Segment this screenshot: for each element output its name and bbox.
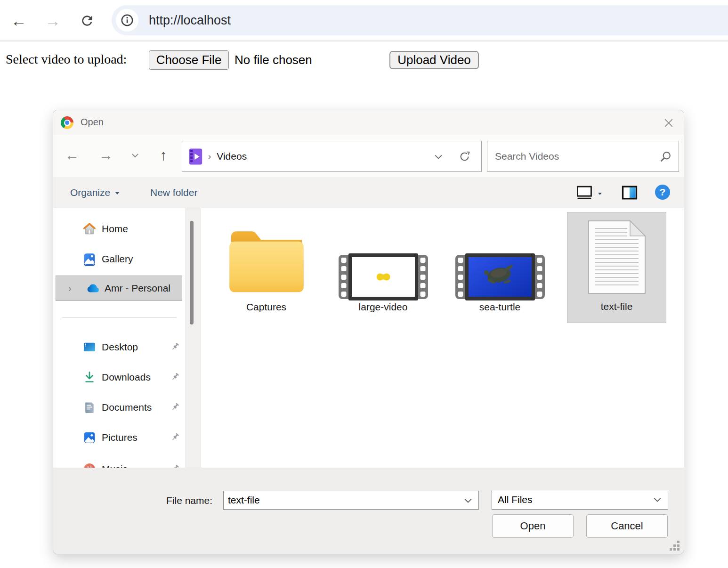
site-info-button[interactable] <box>116 9 138 32</box>
sidebar-item-downloads[interactable]: Downloads <box>53 365 184 390</box>
file-type-value: All Files <box>498 494 533 505</box>
sidebar-item-home[interactable]: Home <box>53 216 184 242</box>
file-tile-text-file[interactable]: text-file <box>567 212 666 323</box>
recent-locations-dropdown[interactable] <box>125 145 146 166</box>
documents-icon <box>82 400 97 414</box>
dialog-toolbar: Organize New folder ? <box>53 177 684 208</box>
file-name-input[interactable] <box>223 491 479 510</box>
dialog-navigation-row: ← → ↑ › Videos <box>53 135 684 177</box>
sidebar-item-gallery[interactable]: Gallery <box>53 246 184 272</box>
up-one-level-button[interactable]: ↑ <box>153 145 174 166</box>
browser-reload-button[interactable] <box>77 10 97 31</box>
sidebar-item-label: Desktop <box>102 341 138 353</box>
desktop-icon <box>82 340 97 354</box>
refresh-button[interactable] <box>458 150 471 165</box>
file-tile-captures[interactable]: Captures <box>217 212 316 323</box>
video-file-icon <box>455 253 545 302</box>
close-icon <box>663 117 674 129</box>
chevron-right-icon[interactable]: › <box>68 283 72 294</box>
chevron-down-icon <box>130 151 140 160</box>
pin-icon[interactable] <box>170 432 180 445</box>
pictures-icon <box>82 430 97 445</box>
caret-down-icon <box>115 192 119 195</box>
address-bar[interactable]: http://localhost <box>112 5 728 35</box>
sidebar-item-label: Music <box>102 463 128 468</box>
choose-file-button[interactable]: Choose File <box>149 50 229 70</box>
dialog-title: Open <box>81 117 104 128</box>
downloads-icon <box>82 370 97 384</box>
help-button[interactable]: ? <box>655 185 670 200</box>
upload-prompt-label: Select video to upload: <box>6 52 127 67</box>
sidebar-item-label: Documents <box>102 402 152 413</box>
preview-pane-button[interactable] <box>620 184 639 202</box>
sidebar-item-label: Amr - Personal <box>105 283 170 294</box>
search-input[interactable] <box>487 141 679 171</box>
music-icon <box>82 462 97 468</box>
sidebar-item-music[interactable]: Music <box>53 456 184 468</box>
pin-icon[interactable] <box>170 402 180 414</box>
chrome-icon <box>61 116 73 129</box>
file-name-label: text-file <box>601 301 633 312</box>
new-folder-button[interactable]: New folder <box>150 177 197 208</box>
change-view-button[interactable] <box>575 184 594 202</box>
browser-forward-button[interactable]: → <box>42 10 63 31</box>
breadcrumb-location: Videos <box>217 151 247 162</box>
dialog-content: Home Gallery › Amr <box>53 208 684 468</box>
browser-toolbar: ← → http://localhost <box>0 0 728 41</box>
text-file-icon <box>587 220 647 296</box>
file-tile-sea-turtle[interactable]: sea-turtle <box>450 212 550 323</box>
dialog-forward-button[interactable]: → <box>96 145 116 166</box>
open-button[interactable]: Open <box>492 514 574 538</box>
onedrive-icon <box>85 281 99 295</box>
dialog-close-button[interactable] <box>659 114 678 132</box>
gallery-icon <box>82 252 97 266</box>
dialog-back-button[interactable]: ← <box>62 145 82 166</box>
view-options-dropdown[interactable] <box>594 184 606 202</box>
file-name-label: large-video <box>359 301 408 313</box>
sidebar-item-pictures[interactable]: Pictures <box>53 425 184 450</box>
reload-icon <box>80 13 95 28</box>
browser-back-button[interactable]: ← <box>8 10 29 31</box>
pin-icon[interactable] <box>170 463 180 468</box>
thumbnail-view-icon <box>576 186 592 200</box>
new-folder-label: New folder <box>150 187 197 198</box>
dialog-address-bar[interactable]: › Videos <box>182 141 482 172</box>
pin-icon[interactable] <box>170 372 180 384</box>
address-dropdown-button[interactable] <box>433 152 444 164</box>
pin-icon[interactable] <box>170 341 180 354</box>
cancel-button[interactable]: Cancel <box>586 514 668 538</box>
resize-grip[interactable] <box>667 538 680 552</box>
home-icon <box>82 222 97 236</box>
caret-down-icon <box>598 193 602 195</box>
organize-label: Organize <box>70 187 110 198</box>
sidebar-content-divider <box>201 208 201 468</box>
sidebar-item-onedrive-personal[interactable]: › Amr - Personal <box>56 276 182 301</box>
no-file-chosen-text: No file chosen <box>235 53 312 67</box>
refresh-icon <box>458 150 471 163</box>
help-label: ? <box>660 187 666 198</box>
upload-video-button[interactable]: Upload Video <box>389 51 479 69</box>
url-text: http://localhost <box>149 13 231 28</box>
video-file-icon <box>339 253 428 302</box>
file-type-select[interactable]: All Files <box>492 490 668 510</box>
breadcrumb[interactable]: › Videos <box>189 148 247 165</box>
dialog-titlebar[interactable]: Open <box>53 110 684 135</box>
dialog-footer: File name: All Files Open Cancel <box>53 468 684 554</box>
file-name-label: sea-turtle <box>479 301 521 313</box>
sidebar-item-documents[interactable]: Documents <box>53 395 184 420</box>
organize-menu[interactable]: Organize <box>70 177 120 208</box>
sidebar-item-label: Gallery <box>102 253 133 265</box>
sidebar-scrollbar-track[interactable] <box>185 208 201 468</box>
upload-form: Select video to upload: Choose File No f… <box>0 42 728 80</box>
chevron-down-icon <box>433 152 444 162</box>
sidebar-divider <box>62 317 177 318</box>
sidebar-scrollbar-thumb[interactable] <box>190 221 194 325</box>
file-tile-large-video[interactable]: large-video <box>333 212 433 323</box>
preview-pane-icon <box>622 186 638 200</box>
info-icon <box>120 13 134 27</box>
folder-icon <box>226 225 307 299</box>
breadcrumb-separator: › <box>208 151 211 162</box>
search-field[interactable] <box>487 141 679 172</box>
open-file-dialog: Open ← → ↑ › Vi <box>53 110 684 554</box>
sidebar-item-desktop[interactable]: Desktop <box>53 334 184 360</box>
